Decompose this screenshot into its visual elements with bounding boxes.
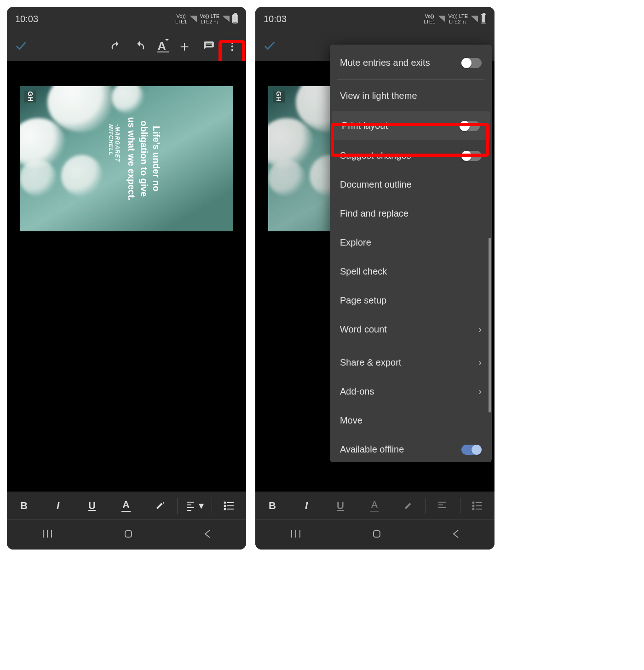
- bold-button[interactable]: B: [7, 492, 41, 519]
- menu-print-layout[interactable]: Print layout: [332, 111, 490, 140]
- done-check-icon[interactable]: [263, 39, 276, 52]
- underline-button[interactable]: U: [75, 492, 109, 519]
- italic-button[interactable]: I: [289, 492, 323, 519]
- clock: 10:03: [264, 14, 287, 24]
- nav-bar: [255, 519, 494, 550]
- redo-icon[interactable]: [133, 40, 146, 53]
- underline-button[interactable]: U: [323, 492, 357, 519]
- recents-nav-icon[interactable]: [290, 529, 302, 540]
- flower-petal-icon: [61, 155, 103, 196]
- bullet-list-button[interactable]: [460, 492, 494, 519]
- menu-page-setup[interactable]: Page setup: [330, 286, 492, 315]
- toggle-off-icon[interactable]: [461, 151, 482, 161]
- signal-1-icon: [190, 16, 197, 22]
- svg-point-8: [224, 505, 226, 506]
- comment-icon[interactable]: [203, 40, 215, 52]
- menu-spell-check[interactable]: Spell check: [330, 257, 492, 286]
- svg-point-21: [473, 505, 474, 506]
- phone-right: 10:03 Vo))LTE1 Vo)) LTELTE2 ↑↓ GH: [255, 7, 494, 550]
- signal-2-icon: [471, 16, 478, 22]
- quote-image[interactable]: GH Life's under no obligation to give us…: [20, 86, 233, 231]
- menu-share-export[interactable]: Share & export ›: [330, 348, 492, 377]
- nav-bar: [7, 519, 246, 550]
- app-toolbar: A ＋: [7, 31, 246, 61]
- network-2-icon: Vo)) LTELTE2 ↑↓: [448, 13, 468, 24]
- italic-button[interactable]: I: [41, 492, 75, 519]
- align-button[interactable]: [426, 492, 460, 519]
- recents-nav-icon[interactable]: [41, 529, 53, 540]
- menu-label: Mute entries and exits: [340, 57, 430, 68]
- battery-icon: [232, 14, 238, 23]
- align-button[interactable]: ▾: [178, 492, 212, 519]
- quote-line: Life's under no: [150, 126, 162, 192]
- menu-label: View in light theme: [340, 91, 417, 101]
- signal-1-icon: [438, 16, 445, 22]
- battery-icon: [481, 14, 486, 23]
- bullet-list-button[interactable]: [212, 492, 246, 519]
- menu-explore[interactable]: Explore: [330, 228, 492, 257]
- highlight-button[interactable]: [143, 492, 177, 519]
- done-check-icon[interactable]: [14, 39, 28, 52]
- menu-addons[interactable]: Add-ons ›: [330, 377, 492, 406]
- menu-label: Suggest changes: [340, 150, 411, 161]
- text-color-button[interactable]: A: [109, 492, 143, 519]
- gh-badge: GH: [24, 91, 36, 103]
- toggle-off-icon[interactable]: [460, 121, 480, 131]
- menu-label: Page setup: [340, 295, 386, 306]
- svg-rect-29: [374, 531, 380, 537]
- back-nav-icon[interactable]: [203, 528, 212, 541]
- status-right: Vo))LTE1 Vo)) LTELTE2 ↑↓: [175, 13, 238, 24]
- menu-available-offline[interactable]: Available offline: [330, 435, 492, 458]
- text-color-button[interactable]: A: [357, 492, 391, 519]
- quote-text: Life's under no obligation to give us wh…: [108, 124, 233, 193]
- network-1-icon: Vo))LTE1: [424, 13, 435, 24]
- svg-point-9: [224, 508, 226, 510]
- quote-line: obligation to give: [138, 120, 150, 197]
- menu-label: Word count: [340, 324, 387, 335]
- text-format-icon[interactable]: A: [157, 39, 166, 53]
- quote-line: us what we expect.: [125, 117, 138, 200]
- svg-point-22: [473, 508, 474, 510]
- menu-mute[interactable]: Mute entries and exits: [330, 48, 492, 77]
- quote-author: -MARGARET MITCHELL: [108, 124, 121, 193]
- home-nav-icon[interactable]: [123, 528, 134, 541]
- chevron-right-icon: ›: [478, 386, 482, 397]
- menu-light-theme[interactable]: View in light theme: [330, 81, 492, 110]
- chevron-right-icon: ›: [478, 357, 482, 368]
- flower-petal-icon: [20, 160, 57, 196]
- svg-point-7: [224, 502, 226, 503]
- svg-point-0: [231, 41, 233, 43]
- menu-label: Print layout: [342, 120, 388, 131]
- menu-label: Spell check: [340, 266, 387, 277]
- gh-badge: GH: [273, 91, 285, 103]
- home-nav-icon[interactable]: [371, 528, 382, 541]
- signal-2-icon: [222, 16, 230, 22]
- menu-word-count[interactable]: Word count ›: [330, 315, 492, 344]
- menu-document-outline[interactable]: Document outline: [330, 170, 492, 199]
- flower-petal-icon: [268, 160, 305, 196]
- status-bar: 10:03 Vo))LTE1 Vo)) LTELTE2 ↑↓: [255, 7, 494, 31]
- format-toolbar: B I U A: [255, 492, 494, 519]
- divider: [337, 79, 484, 80]
- toggle-on-icon[interactable]: [461, 445, 482, 455]
- menu-label: Add-ons: [340, 386, 374, 397]
- status-bar: 10:03 Vo))LTE1 Vo)) LTELTE2 ↑↓: [7, 7, 246, 31]
- divider: [337, 346, 484, 346]
- document-area[interactable]: GH Life's under no obligation to give us…: [7, 61, 246, 492]
- undo-icon[interactable]: [109, 40, 122, 53]
- menu-find-replace[interactable]: Find and replace: [330, 199, 492, 228]
- svg-point-1: [231, 45, 233, 47]
- status-right: Vo))LTE1 Vo)) LTELTE2 ↑↓: [424, 13, 486, 24]
- menu-move[interactable]: Move: [330, 406, 492, 435]
- menu-suggest-changes[interactable]: Suggest changes: [330, 141, 492, 170]
- back-nav-icon[interactable]: [452, 528, 460, 541]
- more-icon[interactable]: [226, 41, 239, 52]
- svg-rect-16: [125, 531, 132, 537]
- toggle-off-icon[interactable]: [461, 58, 482, 68]
- svg-point-20: [473, 502, 474, 503]
- network-1-icon: Vo))LTE1: [175, 13, 187, 24]
- highlight-button[interactable]: [391, 492, 426, 519]
- bold-button[interactable]: B: [255, 492, 289, 519]
- flower-petal-icon: [47, 86, 116, 132]
- add-icon[interactable]: ＋: [177, 36, 192, 57]
